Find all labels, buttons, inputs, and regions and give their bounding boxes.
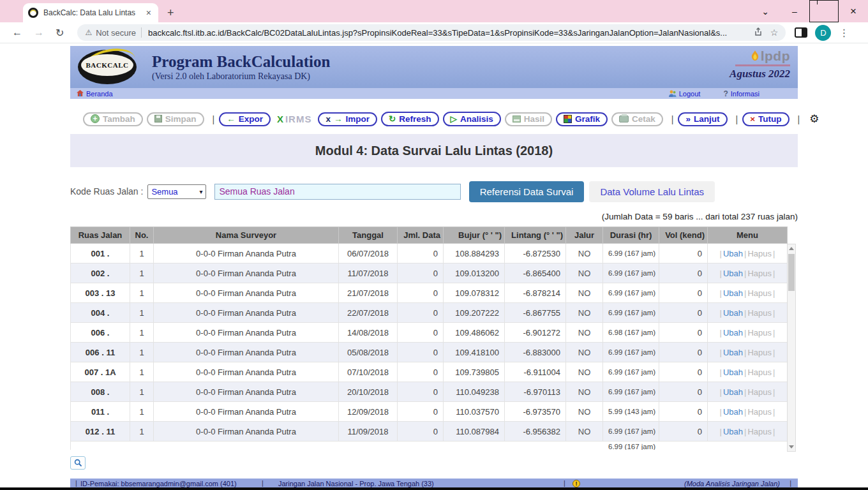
window-minimize-button[interactable]: – xyxy=(780,0,809,22)
analisis-button[interactable]: ▷ Analisis xyxy=(443,112,501,126)
refresh-button[interactable]: ↻ Refresh xyxy=(381,112,439,126)
play-icon: ▷ xyxy=(451,114,457,124)
cell-lintang: -6.973570 xyxy=(505,402,566,422)
cell-lintang: -6.901272 xyxy=(505,323,566,343)
back-icon[interactable]: ← xyxy=(12,27,22,38)
ubah-link[interactable]: Ubah xyxy=(723,407,743,417)
kode-ruas-select[interactable]: Semua ▾ xyxy=(147,184,206,199)
menu-separator: | xyxy=(720,427,722,436)
data-table-wrapper: Ruas JalanNo.Nama SurveyorTanggalJml. Da… xyxy=(70,226,796,452)
menu-separator: | xyxy=(773,288,775,298)
browser-menu-icon[interactable]: ⋮ xyxy=(839,27,849,39)
data-table: Ruas JalanNo.Nama SurveyorTanggalJml. Da… xyxy=(70,226,788,442)
expor-button[interactable]: ← Expor xyxy=(219,112,271,126)
share-icon[interactable] xyxy=(754,27,763,38)
profile-avatar[interactable]: D xyxy=(815,25,831,41)
menu-separator: | xyxy=(744,427,746,436)
site-favicon xyxy=(28,8,38,18)
restore-icon xyxy=(809,0,839,22)
new-tab-button[interactable]: + xyxy=(167,6,174,20)
grafik-button[interactable]: Grafik xyxy=(556,112,608,126)
cell-jml: 0 xyxy=(398,244,444,264)
ubah-link[interactable]: Ubah xyxy=(723,427,743,436)
settings-gear-icon[interactable]: ⚙ xyxy=(809,112,819,126)
bookmark-star-icon[interactable]: ☆ xyxy=(770,27,779,38)
site-header: BACKCALC Program BackCalculation (Versi … xyxy=(70,46,798,88)
cell-no: 1 xyxy=(130,303,154,323)
toolbar-separator: | xyxy=(213,114,215,124)
browser-tab[interactable]: BackCalc: Data Lalu Lintas × xyxy=(23,3,158,22)
address-bar[interactable]: ⚠ Not secure backcalc.ftsl.itb.ac.id/Bac… xyxy=(77,24,786,41)
impor-button[interactable]: x → Impor xyxy=(318,112,377,126)
tab-search-chevron-icon[interactable]: ⌄ xyxy=(751,0,780,22)
browser-toolbar: ← → ↻ ⚠ Not secure backcalc.ftsl.itb.ac.… xyxy=(0,22,868,43)
lpdp-caption xyxy=(735,64,790,66)
data-volume-lalu-lintas-button[interactable]: Data Volume Lalu Lintas xyxy=(589,181,715,202)
reload-icon[interactable]: ↻ xyxy=(56,27,64,39)
tutup-button[interactable]: × Tutup xyxy=(742,112,789,126)
scroll-down-icon[interactable] xyxy=(789,445,794,449)
tambah-button: + Tambah xyxy=(83,112,143,126)
search-button[interactable] xyxy=(70,456,86,470)
hapus-link: Hapus xyxy=(747,288,772,298)
logo-text: BACKCALC xyxy=(81,54,133,76)
site-navbar: Beranda Logout ? Informasi xyxy=(70,88,798,99)
ubah-link[interactable]: Ubah xyxy=(723,348,743,357)
menu-separator: | xyxy=(773,269,775,278)
ubah-link[interactable]: Ubah xyxy=(723,269,743,278)
cell-jalur: NO xyxy=(566,244,603,264)
table-scrollbar[interactable] xyxy=(787,244,796,452)
row-count-text: (Jumlah Data = 59 baris ... dari total 2… xyxy=(70,212,798,221)
cell-lintang: -6.883000 xyxy=(505,343,566,362)
cell-surveyor: 0-0-0 Firman Ananda Putra xyxy=(154,303,339,323)
ubah-link[interactable]: Ubah xyxy=(723,387,743,397)
cell-tanggal: 22/07/2018 xyxy=(339,303,398,323)
ubah-link[interactable]: Ubah xyxy=(723,328,743,338)
cell-no: 1 xyxy=(130,264,154,283)
column-header: Bujur (° ' ") xyxy=(444,227,505,244)
cell-no: 1 xyxy=(130,343,154,362)
page-url: backcalc.ftsl.itb.ac.id/BackCalc/BC02Dat… xyxy=(148,28,746,38)
import-arrow-icon: → xyxy=(334,114,343,124)
lanjut-button[interactable]: » Lanjut xyxy=(678,112,727,126)
cell-durasi: 6.99 (167 jam) xyxy=(603,422,659,442)
status-separator: | xyxy=(75,479,77,487)
referensi-data-survai-button[interactable]: Referensi Data Survai xyxy=(469,181,585,202)
cell-surveyor: 0-0-0 Firman Ananda Putra xyxy=(154,264,339,283)
cell-bujur: 110.087984 xyxy=(444,422,505,442)
ubah-link[interactable]: Ubah xyxy=(723,288,743,298)
status-separator: | xyxy=(564,479,565,487)
cell-tanggal: 21/07/2018 xyxy=(339,283,398,303)
column-header: Jalur xyxy=(566,227,603,244)
ruas-jalan-input[interactable] xyxy=(214,184,461,200)
column-header: Durasi (hr) xyxy=(603,227,659,244)
table-row: 011 .10-0-0 Firman Ananda Putra12/09/201… xyxy=(71,402,788,422)
cell-no: 1 xyxy=(130,323,154,343)
irms-logo: XIRMS xyxy=(277,114,312,124)
hapus-link: Hapus xyxy=(747,407,772,417)
menu-separator: | xyxy=(744,249,746,258)
browser-tab-strip: BackCalc: Data Lalu Lintas × + ⌄ – × xyxy=(0,0,868,22)
table-row: 001 .10-0-0 Firman Ananda Putra06/07/201… xyxy=(71,244,788,264)
window-restore-button[interactable] xyxy=(809,0,839,22)
menu-separator: | xyxy=(744,288,746,298)
cell-menu: |Ubah|Hapus| xyxy=(708,283,788,303)
menu-separator: | xyxy=(773,407,775,417)
tab-close-icon[interactable]: × xyxy=(144,8,153,18)
beranda-link[interactable]: Beranda xyxy=(77,90,113,98)
menu-separator: | xyxy=(744,368,746,377)
informasi-link[interactable]: ? Informasi xyxy=(723,89,760,98)
ubah-link[interactable]: Ubah xyxy=(723,249,743,258)
logout-link[interactable]: Logout xyxy=(668,89,701,98)
cell-surveyor: 0-0-0 Firman Ananda Putra xyxy=(154,422,339,442)
side-panel-icon[interactable] xyxy=(795,27,807,38)
window-close-button[interactable]: × xyxy=(839,0,868,22)
ubah-link[interactable]: Ubah xyxy=(723,368,743,377)
ubah-link[interactable]: Ubah xyxy=(723,308,743,318)
scrollbar-thumb[interactable] xyxy=(788,254,795,291)
cell-ruas: 002 . xyxy=(71,264,130,283)
menu-separator: | xyxy=(744,269,746,278)
chevron-down-icon: ▾ xyxy=(199,188,202,195)
scroll-up-icon[interactable] xyxy=(789,247,794,250)
app-toolbar: + Tambah Simpan | ← Expor XIRMS x → Impo… xyxy=(83,112,789,126)
